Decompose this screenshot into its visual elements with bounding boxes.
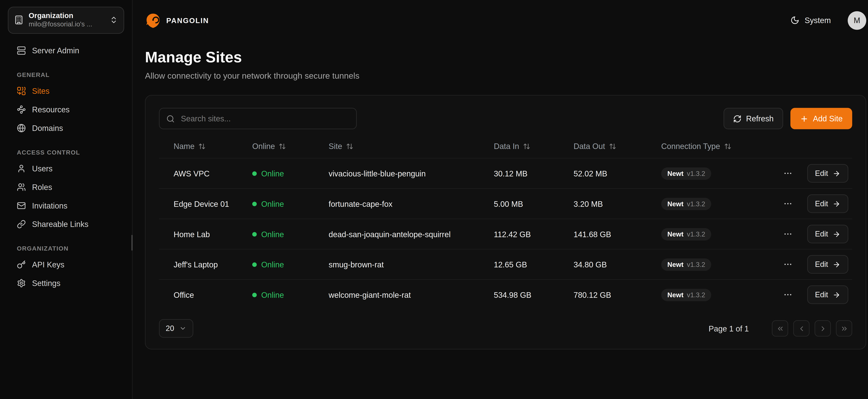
- edit-button[interactable]: Edit: [807, 286, 848, 304]
- topbar: PANGOLIN System M: [133, 0, 868, 40]
- sidebar: Organization milo@fossorial.io's ... Ser…: [0, 0, 133, 399]
- data-in-cell: 12.65 GB: [494, 260, 574, 269]
- online-status-label: Online: [261, 169, 284, 178]
- sidebar-item-label: Domains: [32, 123, 63, 133]
- online-status-label: Online: [261, 199, 284, 208]
- arrow-right-icon: [833, 291, 840, 299]
- table-row: Edge Device 01 Online fortunate-cape-fox…: [159, 188, 852, 219]
- online-status-label: Online: [261, 260, 284, 269]
- row-menu-button[interactable]: [781, 166, 795, 181]
- mail-icon: [17, 202, 26, 210]
- theme-toggle-button[interactable]: System: [786, 12, 835, 28]
- search-sites-input[interactable]: [180, 114, 349, 124]
- data-out-cell: 141.68 GB: [574, 230, 661, 239]
- moon-icon: [790, 16, 800, 25]
- connection-type-badge: Newt v1.3.2: [661, 289, 711, 301]
- site-online-cell: Online: [252, 169, 329, 178]
- pagination-next-button[interactable]: [814, 320, 831, 337]
- row-menu-button[interactable]: [781, 257, 795, 272]
- sort-icon: [523, 143, 530, 150]
- sidebar-item-settings[interactable]: Settings: [0, 274, 132, 293]
- chevrons-right-icon: [840, 325, 848, 333]
- sidebar-item-roles[interactable]: Roles: [0, 178, 132, 196]
- sidebar-item-users[interactable]: Users: [0, 159, 132, 178]
- sidebar-item-invitations[interactable]: Invitations: [0, 196, 132, 215]
- arrow-right-icon: [833, 170, 840, 178]
- online-status-label: Online: [261, 230, 284, 239]
- column-header-data-out[interactable]: Data Out: [574, 142, 616, 151]
- sidebar-item-sites[interactable]: Sites: [0, 82, 132, 100]
- refresh-button[interactable]: Refresh: [723, 108, 783, 129]
- theme-label: System: [805, 16, 831, 25]
- arrow-right-icon: [833, 200, 840, 208]
- online-status-dot: [252, 202, 257, 206]
- connection-type-badge: Newt v1.3.2: [661, 228, 711, 240]
- sidebar-item-domains[interactable]: Domains: [0, 119, 132, 138]
- sidebar-resize-handle[interactable]: [131, 235, 132, 251]
- site-name-cell: Office: [159, 290, 252, 300]
- pagination-last-button[interactable]: [836, 320, 852, 337]
- column-header-data-in[interactable]: Data In: [494, 142, 530, 151]
- data-out-cell: 3.20 MB: [574, 199, 661, 208]
- brand-name: PANGOLIN: [166, 16, 209, 25]
- app-root: Organization milo@fossorial.io's ... Ser…: [0, 0, 868, 399]
- table-header-row: Name Online Site Data In Data Out Connec…: [159, 139, 852, 158]
- site-tunnel-cell: dead-san-joaquin-antelope-squirrel: [329, 230, 494, 239]
- ellipsis-icon: [783, 290, 793, 300]
- globe-icon: [17, 124, 26, 133]
- sidebar-item-api-keys[interactable]: API Keys: [0, 255, 132, 274]
- section-label-general: GENERAL: [0, 60, 132, 82]
- brand: PANGOLIN: [145, 12, 209, 28]
- online-status-dot: [252, 172, 257, 176]
- sort-icon: [279, 143, 286, 150]
- page-size-select[interactable]: 20: [159, 319, 193, 338]
- online-status-dot: [252, 293, 257, 297]
- column-header-online[interactable]: Online: [252, 142, 286, 151]
- chevrons-left-icon: [776, 325, 784, 333]
- sidebar-item-label: Invitations: [32, 201, 67, 211]
- connection-type-badge: Newt v1.3.2: [661, 198, 711, 210]
- add-site-button[interactable]: Add Site: [790, 108, 852, 129]
- sort-icon: [724, 143, 732, 150]
- sidebar-item-shareable-links[interactable]: Shareable Links: [0, 215, 132, 234]
- column-header-name[interactable]: Name: [174, 142, 206, 151]
- row-menu-button[interactable]: [781, 288, 795, 302]
- pagination-prev-button[interactable]: [793, 320, 809, 337]
- site-online-cell: Online: [252, 230, 329, 239]
- edit-button[interactable]: Edit: [807, 225, 848, 244]
- org-switcher[interactable]: Organization milo@fossorial.io's ...: [8, 7, 124, 34]
- edit-button[interactable]: Edit: [807, 195, 848, 213]
- pagination-first-button[interactable]: [772, 320, 788, 337]
- search-icon: [166, 115, 175, 123]
- edit-button[interactable]: Edit: [807, 164, 848, 183]
- chevrons-up-down-icon: [110, 16, 118, 25]
- user-avatar[interactable]: M: [848, 11, 866, 30]
- sidebar-item-label: Sites: [32, 87, 50, 96]
- sidebar-item-server-admin[interactable]: Server Admin: [0, 41, 132, 60]
- row-menu-button[interactable]: [781, 227, 795, 241]
- page-info: Page 1 of 1: [709, 324, 749, 333]
- online-status-label: Online: [261, 290, 284, 300]
- sites-table: Name Online Site Data In Data Out Connec…: [159, 139, 852, 310]
- sidebar-item-label: Users: [32, 164, 53, 174]
- waypoints-icon: [17, 105, 26, 114]
- data-in-cell: 534.98 GB: [494, 290, 574, 300]
- org-picker-subtitle: milo@fossorial.io's ...: [29, 20, 104, 29]
- column-header-site[interactable]: Site: [329, 142, 353, 151]
- table-footer: 20 Page 1 of 1: [159, 319, 852, 338]
- row-menu-button[interactable]: [781, 197, 795, 211]
- site-tunnel-cell: welcome-giant-mole-rat: [329, 290, 494, 300]
- sidebar-item-label: Resources: [32, 105, 70, 115]
- edit-button[interactable]: Edit: [807, 255, 848, 274]
- sort-icon: [198, 143, 206, 150]
- users-group-icon: [17, 183, 26, 192]
- pangolin-logo-icon: [145, 12, 161, 28]
- org-picker-title: Organization: [29, 11, 104, 21]
- table-row: Office Online welcome-giant-mole-rat 534…: [159, 280, 852, 310]
- ellipsis-icon: [783, 260, 793, 269]
- online-status-dot: [252, 232, 257, 237]
- chevron-left-icon: [798, 325, 805, 333]
- connection-type-badge: Newt v1.3.2: [661, 167, 711, 180]
- sidebar-item-resources[interactable]: Resources: [0, 100, 132, 119]
- column-header-connection-type[interactable]: Connection Type: [661, 142, 732, 151]
